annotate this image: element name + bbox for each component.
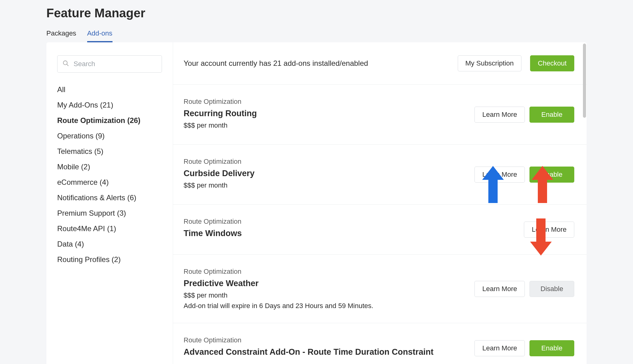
search-icon xyxy=(62,60,69,68)
cat-api[interactable]: Route4Me API (1) xyxy=(57,221,162,236)
addon-row: Route Optimization Curbside Delivery $$$… xyxy=(173,145,587,205)
cat-notifications[interactable]: Notifications & Alerts (6) xyxy=(57,190,162,205)
cat-my-addons[interactable]: My Add-Ons (21) xyxy=(57,97,162,113)
search-wrap[interactable] xyxy=(57,55,162,73)
svg-marker-4 xyxy=(530,218,552,256)
addon-row: Route Optimization Recurring Routing $$$… xyxy=(173,85,587,145)
checkout-button[interactable]: Checkout xyxy=(530,55,574,71)
annotation-arrow-red-up-icon xyxy=(532,166,553,203)
learn-more-button[interactable]: Learn More xyxy=(474,107,525,123)
addon-price: $$$ per month xyxy=(184,121,465,129)
svg-marker-3 xyxy=(532,166,553,203)
cat-route-optimization[interactable]: Route Optimization (26) xyxy=(57,113,162,128)
tabs: Packages Add-ons xyxy=(46,29,587,42)
addon-title: Advanced Constraint Add-On - Route Time … xyxy=(184,347,465,357)
addon-category: Route Optimization xyxy=(184,336,465,344)
addon-title: Curbside Delivery xyxy=(184,169,465,178)
cat-operations[interactable]: Operations (9) xyxy=(57,128,162,144)
disable-button[interactable]: Disable xyxy=(529,281,574,297)
scrollbar[interactable] xyxy=(583,44,586,118)
addon-row: Route Optimization Predictive Weather $$… xyxy=(173,255,587,323)
addon-title: Time Windows xyxy=(184,229,515,238)
cat-ecommerce[interactable]: eCommerce (4) xyxy=(57,175,162,190)
addon-price: $$$ per month xyxy=(184,181,465,189)
category-list: All My Add-Ons (21) Route Optimization (… xyxy=(57,82,162,267)
annotation-arrow-blue-up-icon xyxy=(482,166,504,203)
addon-category: Route Optimization xyxy=(184,98,465,106)
enable-button[interactable]: Enable xyxy=(529,107,574,123)
my-subscription-button[interactable]: My Subscription xyxy=(458,55,522,71)
cat-routing-profiles[interactable]: Routing Profiles (2) xyxy=(57,252,162,267)
main-content: Your account currently has 21 add-ons in… xyxy=(173,42,587,364)
cat-data[interactable]: Data (4) xyxy=(57,236,162,252)
cat-mobile[interactable]: Mobile (2) xyxy=(57,159,162,175)
addon-title: Predictive Weather xyxy=(184,279,465,288)
cat-all[interactable]: All xyxy=(57,82,162,97)
cat-telematics[interactable]: Telematics (5) xyxy=(57,144,162,159)
addon-category: Route Optimization xyxy=(184,218,515,226)
addon-count-message: Your account currently has 21 add-ons in… xyxy=(184,59,368,68)
topbar: Your account currently has 21 add-ons in… xyxy=(173,42,587,85)
addon-row: Route Optimization Time Windows Learn Mo… xyxy=(173,205,587,255)
tab-addons[interactable]: Add-ons xyxy=(87,29,113,42)
page-title: Feature Manager xyxy=(46,6,587,20)
addon-price: $$$ per month xyxy=(184,291,465,299)
svg-line-1 xyxy=(67,64,68,66)
addon-title: Recurring Routing xyxy=(184,109,465,118)
tab-packages[interactable]: Packages xyxy=(46,29,76,42)
addon-trial-note: Add-on trial will expire in 6 Days and 2… xyxy=(184,302,465,310)
svg-marker-2 xyxy=(482,166,504,203)
sidebar: All My Add-Ons (21) Route Optimization (… xyxy=(46,42,173,364)
enable-button[interactable]: Enable xyxy=(529,340,574,356)
learn-more-button[interactable]: Learn More xyxy=(474,340,525,356)
cat-premium-support[interactable]: Premium Support (3) xyxy=(57,205,162,221)
addon-category: Route Optimization xyxy=(184,268,465,276)
addon-category: Route Optimization xyxy=(184,158,465,166)
addon-row: Route Optimization Advanced Constraint A… xyxy=(173,323,587,364)
learn-more-button[interactable]: Learn More xyxy=(474,281,525,297)
main-panel: All My Add-Ons (21) Route Optimization (… xyxy=(46,42,587,364)
annotation-arrow-red-down-icon xyxy=(530,218,552,256)
svg-point-0 xyxy=(63,61,67,65)
search-input[interactable] xyxy=(74,60,157,68)
